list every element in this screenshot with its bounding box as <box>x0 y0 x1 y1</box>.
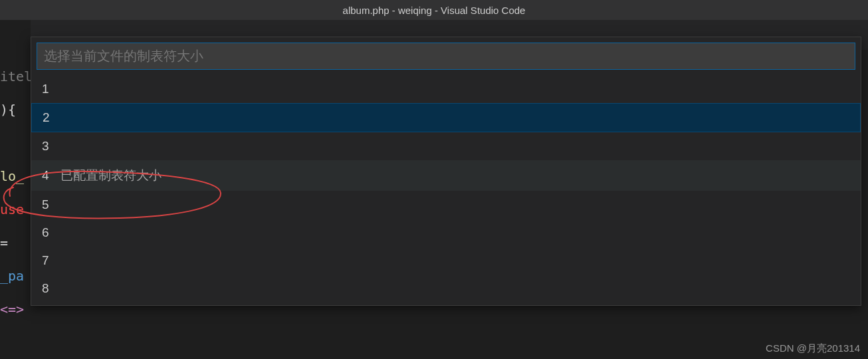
item-description: 已配置制表符大小 <box>60 167 162 184</box>
code-fragment: ){ <box>0 93 31 126</box>
item-number: 4 <box>42 168 54 183</box>
quick-pick-item-1[interactable]: 1 <box>31 75 861 103</box>
item-number: 1 <box>42 82 54 96</box>
item-number: 6 <box>42 225 54 240</box>
code-fragment <box>0 126 31 160</box>
title-bar: album.php - weiqing - Visual Studio Code <box>0 0 868 20</box>
quick-pick-item-7[interactable]: 7 <box>31 247 861 275</box>
editor-background: itele ){ lo_ use = _pa <=> <box>0 20 31 359</box>
code-fragment: itele <box>0 60 31 93</box>
quick-pick-item-6[interactable]: 6 <box>31 219 861 247</box>
window-title: album.php - weiqing - Visual Studio Code <box>343 5 526 16</box>
code-fragment: = <box>0 226 31 259</box>
quick-pick-item-3[interactable]: 3 <box>31 132 861 160</box>
item-number: 7 <box>42 253 54 268</box>
quick-pick-item-8[interactable]: 8 <box>31 275 861 302</box>
code-fragment: use <box>0 193 31 226</box>
item-number: 8 <box>42 281 54 296</box>
quick-pick-input[interactable] <box>37 43 855 70</box>
quick-pick-list: 1 2 3 4 已配置制表符大小 5 6 7 8 <box>31 75 861 305</box>
code-fragment: _pa <box>0 259 31 293</box>
code-fragment: <=> <box>0 293 31 326</box>
watermark: CSDN @月亮201314 <box>766 342 860 355</box>
quick-pick-item-5[interactable]: 5 <box>31 191 861 219</box>
item-number: 5 <box>42 197 54 212</box>
code-fragment: lo_ <box>0 160 31 193</box>
quick-pick-panel: 1 2 3 4 已配置制表符大小 5 6 7 8 <box>31 37 861 306</box>
item-number: 3 <box>42 139 54 154</box>
quick-pick-item-4[interactable]: 4 已配置制表符大小 <box>31 160 861 191</box>
quick-pick-item-2[interactable]: 2 <box>31 103 861 132</box>
item-number: 2 <box>43 110 54 125</box>
